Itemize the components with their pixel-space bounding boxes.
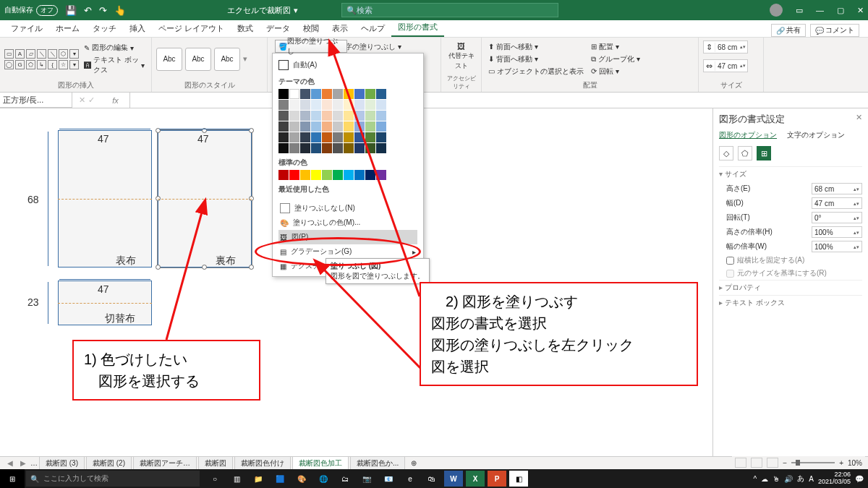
rotation-input[interactable]: 0°▴▾ bbox=[812, 212, 862, 223]
redo-icon[interactable]: ↷ bbox=[99, 5, 107, 16]
scale-w-input[interactable]: 100%▴▾ bbox=[812, 241, 862, 252]
send-backward-button[interactable]: ⬇ 背面へ移動 ▾ bbox=[486, 53, 586, 65]
name-box[interactable]: 正方形/長... bbox=[0, 93, 72, 108]
tray-icon[interactable]: 🔊 bbox=[784, 475, 793, 483]
taskbar-clock[interactable]: 22:062021/03/05 bbox=[818, 471, 851, 486]
tab-shape-format[interactable]: 図形の書式 bbox=[391, 19, 444, 37]
align-button[interactable]: ⊞ 配置 ▾ bbox=[589, 41, 642, 53]
selection-pane-button[interactable]: ▭ オブジェクトの選択と表示 bbox=[486, 66, 586, 77]
tab-help[interactable]: ヘルプ bbox=[354, 20, 391, 37]
zoom-in-button[interactable]: + bbox=[839, 459, 843, 467]
app-icon[interactable]: 🟦 bbox=[271, 471, 289, 487]
app-icon[interactable]: 🌐 bbox=[314, 471, 333, 487]
sheet-tab[interactable]: 裁断図 (3) bbox=[39, 456, 85, 470]
taskview-icon[interactable]: ▥ bbox=[227, 471, 246, 487]
account-avatar[interactable] bbox=[770, 4, 783, 17]
comment-button[interactable]: 💬 コメント bbox=[810, 24, 859, 37]
height-input[interactable]: 68 cm▴▾ bbox=[812, 183, 862, 194]
tray-icon[interactable]: 🖱 bbox=[773, 475, 780, 483]
app-icon[interactable]: 🛍 bbox=[422, 471, 441, 487]
maximize-icon[interactable]: ▢ bbox=[837, 6, 844, 15]
scale-h-input[interactable]: 100%▴▾ bbox=[812, 226, 862, 238]
sheet-tab[interactable]: 裁断図アーチ… bbox=[133, 456, 197, 470]
shape-width-input[interactable]: ⇔47 cm▴▾ bbox=[703, 59, 748, 72]
app-icon[interactable]: 📷 bbox=[357, 471, 376, 487]
sheet-tab[interactable]: 裁断図色付け bbox=[234, 456, 291, 470]
sheet-tab[interactable]: 裁断図色か... bbox=[350, 456, 405, 470]
app-icon[interactable]: 🗂 bbox=[336, 471, 354, 487]
minimize-icon[interactable]: — bbox=[816, 6, 824, 14]
fill-auto[interactable]: 自動(A) bbox=[278, 58, 417, 72]
add-sheet-button[interactable]: ⊕ bbox=[407, 459, 421, 467]
tray-ime-icon[interactable]: あ bbox=[797, 474, 804, 484]
tab-layout[interactable]: ページ レイアウト bbox=[152, 20, 231, 37]
rotate-button[interactable]: ⟳ 回転 ▾ bbox=[589, 66, 642, 77]
textbox-button[interactable]: 🅰 テキスト ボックス ▾ bbox=[82, 54, 147, 76]
zoom-slider[interactable] bbox=[791, 462, 835, 463]
section-textbox[interactable]: テキスト ボックス bbox=[719, 295, 862, 310]
excel-icon[interactable]: X bbox=[466, 471, 485, 487]
sheet-tab[interactable]: 裁断図 (2) bbox=[86, 456, 132, 470]
sheet-tab-active[interactable]: 裁断図色加工 bbox=[292, 456, 349, 471]
word-icon[interactable]: W bbox=[444, 471, 463, 487]
app-icon[interactable]: 🎨 bbox=[292, 471, 311, 487]
tray-icon[interactable]: A bbox=[809, 475, 814, 483]
group-button[interactable]: ⧉ グループ化 ▾ bbox=[589, 53, 642, 65]
tab-view[interactable]: 表示 bbox=[326, 20, 354, 37]
view-layout-icon[interactable] bbox=[751, 458, 762, 468]
pane-close-icon[interactable]: ✕ bbox=[856, 113, 862, 122]
tab-review[interactable]: 校閲 bbox=[297, 20, 326, 37]
share-button[interactable]: 🔗 共有 bbox=[771, 24, 806, 37]
section-size[interactable]: サイズ bbox=[719, 166, 862, 181]
tab-insert[interactable]: 挿入 bbox=[123, 20, 152, 37]
shape-style-3[interactable]: Abc bbox=[214, 48, 240, 71]
alt-text-button[interactable]: 🖼代替テキスト bbox=[446, 42, 477, 71]
app-icon[interactable]: 📧 bbox=[379, 471, 398, 487]
sheet-nav-next[interactable]: ▶ bbox=[17, 459, 29, 467]
pane-tab-shape[interactable]: 図形のオプション bbox=[719, 130, 777, 140]
effects-icon[interactable]: ⬠ bbox=[738, 146, 752, 160]
touch-icon[interactable]: 👆 bbox=[114, 5, 126, 16]
no-fill-item[interactable]: 塗りつぶしなし(N) bbox=[278, 201, 417, 215]
shape-style-1[interactable]: Abc bbox=[156, 48, 182, 71]
shape-style-2[interactable]: Abc bbox=[185, 48, 211, 71]
app-icon[interactable]: ◧ bbox=[509, 471, 528, 487]
explorer-icon[interactable]: 📁 bbox=[249, 471, 268, 487]
tab-data[interactable]: データ bbox=[260, 20, 297, 37]
zoom-out-button[interactable]: − bbox=[783, 459, 787, 467]
shape-height-input[interactable]: ⇕68 cm▴▾ bbox=[703, 40, 748, 53]
view-pagebreak-icon[interactable] bbox=[767, 458, 778, 468]
taskbar-search[interactable]: 🔍ここに入力して検索 bbox=[26, 471, 200, 487]
tray-chevron-icon[interactable]: ^ bbox=[754, 475, 757, 483]
undo-icon[interactable]: ↶ bbox=[84, 5, 92, 16]
fill-line-icon[interactable]: ◇ bbox=[719, 146, 733, 160]
powerpoint-icon[interactable]: P bbox=[488, 471, 506, 487]
tab-file[interactable]: ファイル bbox=[4, 20, 49, 37]
lock-aspect-checkbox[interactable] bbox=[726, 257, 734, 265]
shape-fill-button[interactable]: 🪣 図形の塗りつぶし bbox=[275, 40, 347, 53]
tab-formula[interactable]: 数式 bbox=[231, 20, 260, 37]
close-icon[interactable]: ✕ bbox=[857, 6, 864, 15]
tab-touch[interactable]: タッチ bbox=[86, 20, 123, 37]
notifications-icon[interactable]: 💬 bbox=[855, 475, 864, 483]
zoom-value[interactable]: 10% bbox=[848, 459, 862, 467]
tray-icon[interactable]: ☁ bbox=[761, 475, 768, 483]
bring-forward-button[interactable]: ⬆ 前面へ移動 ▾ bbox=[486, 41, 586, 53]
sheet-tab[interactable]: 裁断図 bbox=[198, 456, 233, 470]
more-fill-colors-item[interactable]: 🎨塗りつぶしの色(M)... bbox=[278, 215, 417, 230]
edge-icon[interactable]: e bbox=[401, 471, 420, 487]
start-button[interactable]: ⊞ bbox=[0, 469, 25, 488]
search-box[interactable]: 🔍 検索 bbox=[341, 3, 558, 17]
shape-gallery[interactable]: ▭A▱＼＼⬡▾ ◯G⬠↳{☆▾ bbox=[4, 49, 79, 69]
view-normal-icon[interactable] bbox=[735, 458, 746, 468]
size-props-icon[interactable]: ⊞ bbox=[757, 146, 771, 160]
cortana-icon[interactable]: ○ bbox=[205, 471, 224, 487]
ribbon-display-icon[interactable]: ▭ bbox=[796, 6, 803, 15]
save-icon[interactable]: 💾 bbox=[65, 5, 77, 16]
edit-shape-button[interactable]: ✎ 図形の編集 ▾ bbox=[82, 42, 147, 53]
sheet-nav-prev[interactable]: ◀ bbox=[4, 459, 16, 467]
pane-tab-text[interactable]: 文字のオプション bbox=[787, 130, 845, 140]
width-input[interactable]: 47 cm▴▾ bbox=[812, 197, 862, 209]
autosave-toggle[interactable]: 自動保存 オフ bbox=[4, 5, 58, 16]
tab-home[interactable]: ホーム bbox=[49, 20, 86, 37]
